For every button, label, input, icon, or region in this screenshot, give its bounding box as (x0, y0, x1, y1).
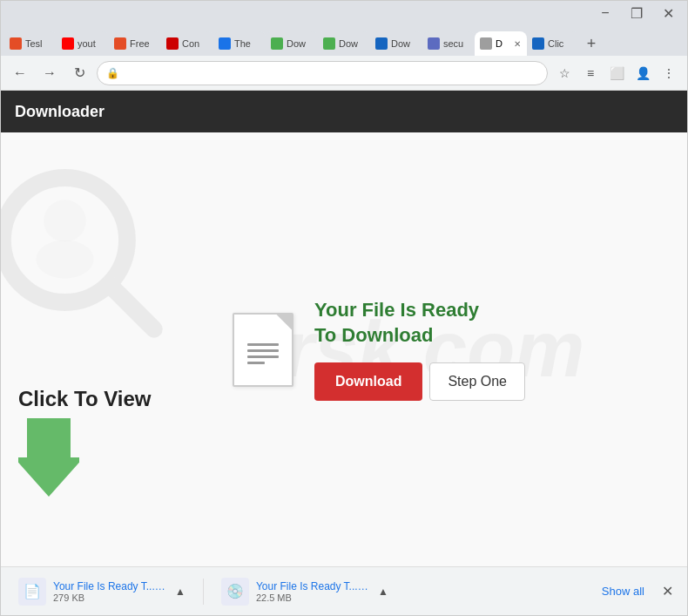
step-one-button[interactable]: Step One (429, 362, 525, 401)
tab-the[interactable]: The (213, 31, 266, 56)
click-to-view-section: Click To View (18, 387, 152, 497)
tab-dow2[interactable]: Dow (318, 31, 370, 56)
button-group: Download Step One (314, 362, 525, 401)
nav-actions: ☆ ≡ ⬜ 👤 ⋮ (553, 62, 680, 85)
download-bar: 📄 Your File Is Ready T....iso 279 KB ▲ 💿… (1, 566, 687, 615)
dl-size-2: 22.5 MB (256, 592, 369, 603)
dl-filename-2: Your File Is Ready T....iso (256, 580, 369, 592)
file-line-1 (247, 343, 279, 346)
tab-secu[interactable]: secu (422, 31, 475, 56)
tab-dow1[interactable]: Dow (266, 31, 318, 56)
download-button[interactable]: Download (314, 362, 422, 401)
file-line-2 (247, 349, 279, 352)
tab-close-icon[interactable]: ✕ (513, 38, 522, 50)
forward-button[interactable]: → (37, 61, 62, 85)
ready-text: Your File Is Ready To Download (314, 298, 506, 348)
address-bar[interactable]: 🔒 (97, 61, 548, 85)
app-header: Downloader (1, 91, 687, 132)
nav-bar: ← → ↻ 🔒 ☆ ≡ ⬜ 👤 ⋮ (1, 56, 687, 91)
tab-bar: Tesl yout Free Con The Dow Dow Dow (1, 25, 687, 56)
down-arrow-icon (18, 418, 79, 497)
svg-line-3 (110, 285, 154, 329)
card-text: Your File Is Ready To Download Download … (314, 298, 525, 400)
tab-click[interactable]: Clic (527, 31, 579, 56)
dl-chevron-1-icon[interactable]: ▲ (175, 586, 185, 598)
app-title: Downloader (15, 103, 105, 121)
lock-icon: 🔒 (106, 67, 119, 79)
svg-point-2 (37, 240, 94, 279)
menu-button[interactable]: ⋮ (658, 62, 680, 85)
file-line-4 (247, 362, 265, 364)
tab-tesl[interactable]: Tesl (4, 31, 57, 56)
main-content: rsk.com Your File Is Ready To Download D… (1, 132, 687, 566)
dl-file-icon-2: 💿 (221, 578, 249, 606)
svg-marker-4 (18, 418, 79, 497)
file-icon (233, 313, 293, 387)
split-button[interactable]: ⬜ (605, 62, 628, 85)
minimize-button[interactable]: − (593, 1, 617, 25)
download-item-1[interactable]: 📄 Your File Is Ready T....iso 279 KB ▲ (11, 574, 192, 609)
profile-button[interactable]: 👤 (631, 62, 654, 85)
bookmark-button[interactable]: ☆ (553, 62, 576, 85)
magnify-watermark (1, 159, 175, 354)
dl-info-2: Your File Is Ready T....iso 22.5 MB (256, 580, 369, 603)
back-button[interactable]: ← (8, 61, 32, 85)
click-to-view-text: Click To View (18, 387, 152, 411)
tab-add-button[interactable]: + (579, 31, 604, 56)
download-bar-close-button[interactable]: ✕ (658, 583, 677, 599)
tab-dow3[interactable]: Dow (370, 31, 422, 56)
tab-free[interactable]: Free (109, 31, 161, 56)
dl-file-icon-1: 📄 (18, 578, 46, 606)
tab-youtube[interactable]: yout (57, 31, 109, 56)
file-line-3 (247, 355, 279, 358)
dl-info-1: Your File Is Ready T....iso 279 KB (53, 580, 166, 603)
file-icon-lines (247, 343, 279, 364)
window-controls: − ❐ ✕ (593, 1, 680, 25)
tab-con[interactable]: Con (161, 31, 213, 56)
title-bar: − ❐ ✕ (1, 1, 687, 25)
dl-filename-1: Your File Is Ready T....iso (53, 580, 166, 592)
close-button[interactable]: ✕ (656, 1, 680, 25)
dl-size-1: 279 KB (53, 592, 166, 603)
tab-downloader-active[interactable]: D ✕ (475, 31, 527, 56)
reload-button[interactable]: ↻ (67, 61, 91, 85)
dl-divider (203, 579, 204, 605)
reading-list-button[interactable]: ≡ (579, 62, 602, 85)
show-all-button[interactable]: Show all (595, 585, 651, 598)
svg-point-1 (44, 200, 85, 241)
dl-chevron-2-icon[interactable]: ▲ (378, 586, 388, 598)
download-item-2[interactable]: 💿 Your File Is Ready T....iso 22.5 MB ▲ (214, 574, 395, 609)
restore-button[interactable]: ❐ (624, 1, 649, 25)
content-card: Your File Is Ready To Download Download … (233, 298, 525, 400)
browser-frame: − ❐ ✕ Tesl yout Free Con The Dow (0, 0, 688, 616)
